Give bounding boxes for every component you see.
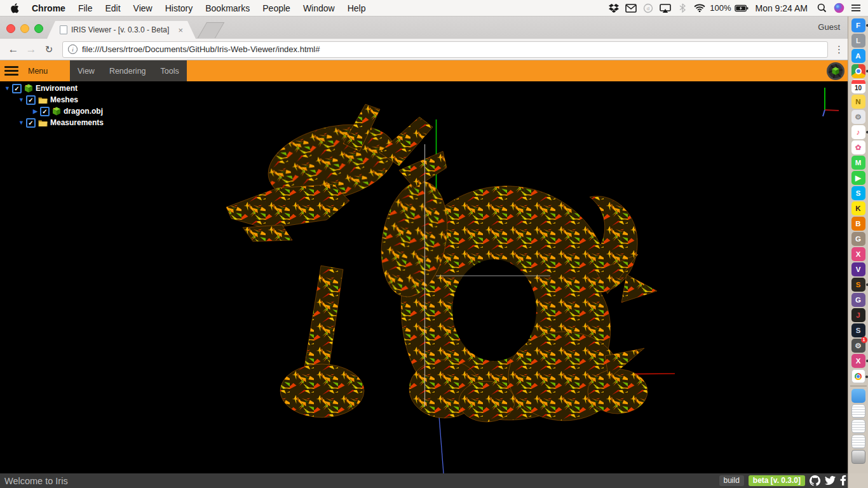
tree-row-environment[interactable]: ▼ ✓ Enviroment [0, 83, 104, 94]
tree-label[interactable]: Enviroment [36, 84, 78, 93]
statusbar: Welcome to Iris build beta [v. 0.3.0] [0, 473, 868, 488]
dock-sim-racing[interactable]: ⚙1 [851, 339, 865, 353]
address-bar[interactable]: i file:///Users/rtroe/Documents/GitHub/I… [62, 41, 828, 58]
new-tab-button[interactable] [198, 22, 224, 38]
viewport-canvas[interactable] [0, 81, 868, 473]
chrome-menu-icon[interactable]: ⋮ [834, 44, 844, 55]
dock-facetime[interactable]: ▶ [851, 171, 865, 185]
macos-menubar: ChromeFileEditViewHistoryBookmarksPeople… [0, 0, 868, 17]
dock-photos[interactable]: ✿ [851, 140, 865, 154]
duet-icon[interactable]: d [641, 3, 655, 14]
dock-sublime-text[interactable]: S [851, 278, 865, 292]
measurements-checkbox[interactable]: ✓ [26, 118, 36, 128]
dock-doc-stack-2[interactable] [851, 419, 865, 433]
dock-chrome-apps[interactable] [851, 369, 865, 383]
expand-arrow-icon[interactable]: ▼ [17, 97, 26, 103]
dock-openemu[interactable]: J [851, 308, 865, 322]
github-icon[interactable] [810, 475, 820, 486]
siri-icon[interactable] [832, 3, 846, 14]
twitter-icon[interactable] [825, 476, 836, 485]
wifi-icon[interactable] [693, 3, 707, 14]
iris-logo-icon [826, 62, 845, 83]
hamburger-menu-icon[interactable] [4, 66, 18, 76]
tree-row-measurements[interactable]: ▼ ✓ Measurements [0, 117, 104, 128]
menubar-clock[interactable]: Mon 9:24 AM [752, 3, 812, 13]
orientation-gizmo [823, 88, 839, 116]
dock-xamarin[interactable]: X [851, 354, 865, 368]
dropbox-icon[interactable] [607, 3, 621, 14]
dock-skype[interactable]: S [851, 186, 865, 200]
bluetooth-icon[interactable] [675, 3, 689, 14]
close-window-button[interactable] [6, 24, 15, 33]
meshes-checkbox[interactable]: ✓ [26, 95, 36, 105]
dock-messages[interactable]: M [851, 156, 865, 170]
apple-icon[interactable] [10, 3, 19, 13]
browser-tab[interactable]: IRIS Viewer - [v. 0.3.0 - Beta] × [47, 21, 196, 39]
forward-button[interactable]: → [23, 43, 39, 56]
dock-github-desktop[interactable]: G [851, 293, 865, 307]
menubar-item[interactable]: People [256, 3, 297, 13]
dock-calendar[interactable]: 10 [851, 79, 865, 93]
zoom-window-button[interactable] [34, 24, 43, 33]
dock-music[interactable]: ♪ [851, 125, 865, 139]
dock-app-store[interactable]: A [851, 49, 865, 63]
appbar-tab[interactable]: Rendering [109, 67, 146, 76]
tree-label[interactable]: Measurements [50, 118, 104, 127]
back-button[interactable]: ← [5, 43, 22, 56]
dock-notes[interactable]: N [851, 95, 865, 109]
dock-chrome[interactable] [851, 64, 865, 78]
tree-label[interactable]: Meshes [50, 95, 78, 104]
minimize-window-button[interactable] [20, 24, 29, 33]
dock-gimp[interactable]: G [851, 232, 865, 246]
dock-system-utility[interactable]: ⚙ [851, 110, 865, 124]
dock-launchpad[interactable]: L [851, 34, 865, 48]
profile-label[interactable]: Guest [818, 22, 840, 32]
menubar-item[interactable]: Bookmarks [199, 3, 256, 13]
iris-appbar: Menu ViewRenderingTools [0, 60, 868, 81]
appbar-tab[interactable]: Tools [161, 67, 179, 76]
menubar-item[interactable]: Chrome [25, 3, 72, 13]
dock-vscode[interactable]: V [851, 262, 865, 276]
dock-finder[interactable]: F [851, 18, 865, 32]
dock-divider [850, 386, 867, 386]
spotlight-icon[interactable] [815, 3, 829, 14]
menubar-item[interactable]: Help [341, 3, 372, 13]
menubar-item[interactable]: File [72, 3, 99, 13]
appbar-tabs: ViewRenderingTools [70, 60, 187, 81]
mail-icon[interactable] [624, 3, 638, 14]
notification-center-icon[interactable] [849, 3, 863, 14]
menubar-item[interactable]: Edit [98, 3, 126, 13]
macos-dock: FLA10N⚙♪✿M▶SKBGXVSGJS⚙1X [848, 17, 868, 488]
page-info-icon[interactable]: i [68, 44, 78, 54]
tree-row-meshes[interactable]: ▼ ✓ Meshes [0, 94, 104, 105]
expand-arrow-icon[interactable]: ▼ [3, 85, 12, 92]
menu-label[interactable]: Menu [28, 67, 67, 76]
page-favicon [60, 25, 67, 34]
expand-arrow-icon[interactable]: ▼ [17, 119, 26, 126]
dock-blender[interactable]: B [851, 217, 865, 231]
dock-documents-folder[interactable] [851, 389, 865, 403]
environment-checkbox[interactable]: ✓ [12, 84, 22, 93]
dock-steam[interactable]: S [851, 323, 865, 337]
dragon-checkbox[interactable]: ✓ [40, 107, 50, 116]
dock-xamarin-studio[interactable]: X [851, 247, 865, 261]
menubar-item[interactable]: View [127, 3, 159, 13]
scene-tree: ▼ ✓ Enviroment ▼ ✓ Meshes ▶ ✓ dragon.obj… [0, 83, 104, 128]
tab-close-icon[interactable]: × [178, 25, 183, 35]
appbar-tab[interactable]: View [78, 67, 95, 76]
dragon-mesh[interactable] [226, 104, 657, 422]
svg-text:d: d [647, 6, 649, 11]
collapse-arrow-icon[interactable]: ▶ [31, 108, 40, 114]
reload-button[interactable]: ↻ [41, 44, 57, 55]
battery-icon[interactable] [735, 3, 749, 14]
dock-kakaotalk[interactable]: K [851, 201, 865, 215]
dock-doc-stack-1[interactable] [851, 404, 865, 418]
facebook-icon[interactable] [840, 475, 846, 485]
airplay-icon[interactable] [658, 3, 672, 14]
menubar-item[interactable]: History [159, 3, 200, 13]
tree-label[interactable]: dragon.obj [64, 107, 103, 116]
dock-doc-stack-3[interactable] [851, 435, 865, 449]
menubar-item[interactable]: Window [297, 3, 341, 13]
dock-trash[interactable] [851, 450, 865, 464]
tree-row-dragon-obj[interactable]: ▶ ✓ dragon.obj [0, 105, 104, 117]
